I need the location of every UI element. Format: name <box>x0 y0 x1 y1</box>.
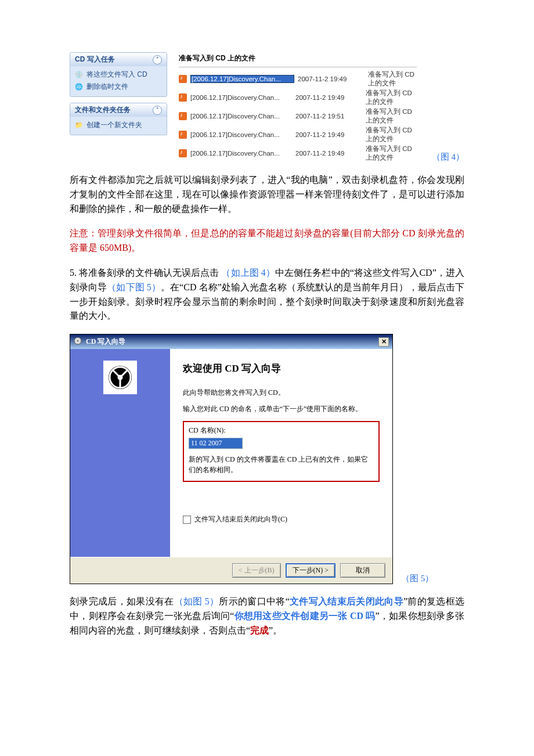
file-status: 准备写入到 CD 上的文件 <box>368 70 417 88</box>
figure-5-label: （图 5） <box>401 573 434 584</box>
file-status: 准备写入到 CD 上的文件 <box>366 107 417 125</box>
cd-name-label: CD 名称(N): <box>189 426 374 435</box>
figure-4: CD 写入任务 ˄ 💿 将这些文件写入 CD 🌐 删除临时文件 文件和文 <box>70 52 464 163</box>
cd-tasks-header[interactable]: CD 写入任务 ˄ <box>70 53 167 66</box>
file-icon <box>179 75 187 83</box>
next-button[interactable]: 下一步(N) > <box>286 563 335 578</box>
new-folder-icon: 📁 <box>75 121 83 129</box>
step-number: 5. <box>70 268 77 278</box>
folder-tasks-header[interactable]: 文件和文件夹任务 ˄ <box>70 103 167 117</box>
wizard-titlebar[interactable]: CD 写入向导 ✕ <box>70 334 392 349</box>
folder-tasks-title: 文件和文件夹任务 <box>75 105 131 115</box>
strong-blue: 你想用这些文件创建另一张 CD 吗 <box>234 611 375 621</box>
file-date: 2007-11-2 19:49 <box>295 131 362 138</box>
delete-temp-icon: 🌐 <box>75 83 83 91</box>
cd-wizard-window: CD 写入向导 ✕ <box>70 334 393 584</box>
file-list: 准备写入到 CD 上的文件 [2006.12.17]Discovery.Chan… <box>179 52 417 163</box>
task-sidebar: CD 写入任务 ˄ 💿 将这些文件写入 CD 🌐 删除临时文件 文件和文 <box>70 52 167 141</box>
task-new-folder[interactable]: 📁 创建一个新文件夹 <box>74 119 163 131</box>
close-wizard-checkbox[interactable] <box>183 516 191 524</box>
wizard-title-text: CD 写入向导 <box>86 337 125 345</box>
file-row[interactable]: [2006.12.17]Discovery.Chan...2007-11-2 1… <box>179 107 417 125</box>
close-wizard-label: 文件写入结束后关闭此向导(C) <box>194 514 287 524</box>
text: 所示的窗口中将“ <box>219 596 289 606</box>
file-status: 准备写入到 CD 上的文件 <box>366 126 417 143</box>
file-name: [2006.12.17]Discovery.Chan... <box>190 75 294 83</box>
overwrite-note: 新的写入到 CD 的文件将覆盖在 CD 上已有的文件，如果它们的名称相同。 <box>189 455 374 475</box>
wizard-intro: 此向导帮助您将文件写入到 CD。 <box>183 388 380 398</box>
chevron-up-icon[interactable]: ˄ <box>153 106 162 115</box>
file-icon <box>179 149 187 157</box>
task-write-files[interactable]: 💿 将这些文件写入 CD <box>74 69 163 81</box>
figure-5: CD 写入向导 ✕ <box>70 334 464 584</box>
file-list-header: 准备写入到 CD 上的文件 <box>179 52 417 67</box>
file-date: 2007-11-2 19:49 <box>295 94 362 101</box>
file-row[interactable]: [2006.12.17]Discovery.Chan...2007-11-2 1… <box>179 70 417 88</box>
ref-fig5: （如图 5） <box>174 596 219 606</box>
chevron-up-icon[interactable]: ˄ <box>153 55 162 64</box>
wizard-name-frame: CD 名称(N): 新的写入到 CD 的文件将覆盖在 CD 上已有的文件，如果它… <box>183 421 380 482</box>
close-button[interactable]: ✕ <box>378 337 389 347</box>
wizard-prompt: 输入您对此 CD 的命名，或单击“下一步”使用下面的名称。 <box>183 404 380 414</box>
figure-4-label: （图 4） <box>432 152 464 163</box>
wizard-cd-icon <box>74 337 82 345</box>
strong-red: 完成 <box>250 625 269 635</box>
file-icon <box>179 93 187 102</box>
text: ”。 <box>269 625 282 635</box>
file-row[interactable]: [2006.12.17]Discovery.Chan...2007-11-2 1… <box>179 144 417 163</box>
task-label: 创建一个新文件夹 <box>86 120 142 130</box>
cancel-button[interactable]: 取消 <box>340 563 385 578</box>
paragraph-2-warning: 注意：管理刻录文件很简单，但是总的的容量不能超过刻录盘的容量(目前大部分 CD … <box>70 226 464 255</box>
paragraph-1: 所有文件都添加完之后就可以编辑刻录列表了，进入“我的电脑”，双击刻录机盘符，你会… <box>70 173 464 216</box>
file-icon <box>179 112 187 120</box>
file-name: [2006.12.17]Discovery.Chan... <box>190 94 292 101</box>
back-button[interactable]: < 上一步(B) <box>232 563 281 578</box>
wizard-heading: 欢迎使用 CD 写入向导 <box>183 362 380 375</box>
step-5: 5. 将准备刻录的文件确认无误后点击 （如上图 4）中左侧任务栏中的“将这些文件… <box>70 266 464 323</box>
wizard-main: 欢迎使用 CD 写入向导 此向导帮助您将文件写入到 CD。 输入您对此 CD 的… <box>170 349 392 557</box>
wizard-footer: < 上一步(B) 下一步(N) > 取消 <box>70 557 392 584</box>
file-date: 2007-11-2 19:49 <box>298 75 365 82</box>
cd-tasks-group: CD 写入任务 ˄ 💿 将这些文件写入 CD 🌐 删除临时文件 <box>70 52 167 97</box>
task-delete-temp[interactable]: 🌐 删除临时文件 <box>74 81 163 93</box>
file-name: [2006.12.17]Discovery.Chan... <box>190 150 292 157</box>
ref-fig5: （如下图 5） <box>107 282 161 292</box>
file-status: 准备写入到 CD 上的文件 <box>366 145 417 162</box>
close-wizard-checkbox-row[interactable]: 文件写入结束后关闭此向导(C) <box>183 514 380 524</box>
file-name: [2006.12.17]Discovery.Chan... <box>190 113 292 120</box>
file-date: 2007-11-2 19:49 <box>295 150 362 157</box>
svg-point-1 <box>77 340 79 342</box>
strong-blue: 文件写入结束后关闭此向导 <box>290 596 403 606</box>
task-label: 删除临时文件 <box>86 82 128 92</box>
paragraph-3: 刻录完成后，如果没有在（如图 5）所示的窗口中将“文件写入结束后关闭此向导”前的… <box>70 595 464 638</box>
file-status: 准备写入到 CD 上的文件 <box>366 89 417 106</box>
wizard-disc-icon <box>103 361 137 394</box>
file-row[interactable]: [2006.12.17]Discovery.Chan...2007-11-2 1… <box>179 125 417 144</box>
wizard-sidebar <box>70 349 170 557</box>
cd-write-icon: 💿 <box>75 71 83 79</box>
text: 刻录完成后，如果没有在 <box>70 596 174 606</box>
cd-name-input[interactable] <box>189 438 243 449</box>
file-row[interactable]: [2006.12.17]Discovery.Chan...2007-11-2 1… <box>179 88 417 107</box>
ref-fig4: （如上图 4） <box>221 268 275 278</box>
file-date: 2007-11-2 19:51 <box>295 113 362 120</box>
text: 将准备刻录的文件确认无误后点击 <box>77 268 221 278</box>
file-icon <box>179 131 187 139</box>
folder-tasks-group: 文件和文件夹任务 ˄ 📁 创建一个新文件夹 <box>70 103 167 135</box>
file-name: [2006.12.17]Discovery.Chan... <box>190 131 292 138</box>
cd-tasks-title: CD 写入任务 <box>75 55 115 64</box>
task-label: 将这些文件写入 CD <box>86 70 147 80</box>
